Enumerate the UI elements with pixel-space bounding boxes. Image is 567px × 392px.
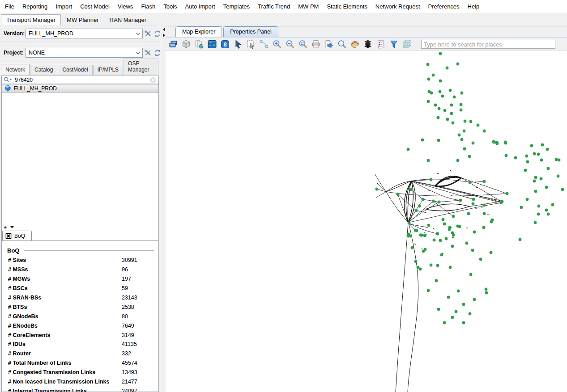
version-value: FULL_MH_PROD [29, 30, 73, 37]
boq-stat-label: # Sites [8, 257, 122, 263]
menu-item-templates[interactable]: Templates [219, 3, 254, 10]
menu-item-preferences[interactable]: Preferences [424, 3, 464, 10]
boq-stat-row: # CoreElements3149 [8, 330, 154, 340]
boq-stat-label: # CoreElements [8, 332, 122, 338]
boq-stat-label: # BSCs [8, 285, 122, 291]
map-viewport[interactable] [166, 51, 567, 392]
menu-item-views[interactable]: Views [114, 3, 137, 10]
legend-checklist-icon[interactable] [376, 39, 386, 49]
boq-stat-label: # SRAN-BSs [8, 295, 122, 301]
tree-item-network[interactable]: FULL_MH_PROD [2, 84, 158, 93]
tree-item-label: FULL_MH_PROD [14, 85, 57, 92]
sidebar-tab-ip-mpls[interactable]: IP/MPLS [93, 65, 123, 75]
cube-3d-icon[interactable] [181, 39, 191, 49]
splitter-up-icon[interactable] [4, 226, 7, 228]
version-row: Version: FULL_MH_PROD [0, 26, 160, 42]
boq-stat-value: 2538 [122, 304, 154, 310]
boq-tab-close-icon[interactable] [5, 233, 12, 239]
menu-item-help[interactable]: Help [464, 3, 484, 10]
network-map-canvas[interactable] [166, 51, 567, 392]
boq-stat-value: 13493 [122, 369, 154, 375]
sidebar-tab-osp-manager[interactable]: OSP Manager [124, 59, 158, 75]
print-icon[interactable] [311, 39, 321, 49]
tab-boq[interactable]: BoQ [2, 231, 32, 240]
sidebar-tab-network[interactable]: Network [1, 64, 30, 75]
menu-item-file[interactable]: File [1, 3, 18, 10]
select-arrow-icon[interactable] [233, 39, 243, 49]
menu-item-traffic-trend[interactable]: Traffic Trend [254, 3, 294, 10]
version-tools-icon[interactable] [144, 30, 152, 38]
boq-stat-row: # Congested Transmission Links13493 [8, 368, 154, 377]
zoom-selection-icon[interactable] [298, 39, 308, 49]
menu-item-static-elements[interactable]: Static Elements [323, 3, 371, 10]
palette-icon[interactable] [350, 39, 360, 49]
app-tab-transport-manager[interactable]: Transport Manager [1, 14, 61, 25]
boq-stat-label: # Total Number of Links [8, 360, 122, 366]
map-layers-icon[interactable] [402, 39, 412, 49]
layers-icon[interactable] [363, 39, 373, 49]
network-tree: FULL_MH_PROD [1, 84, 159, 251]
menu-item-import[interactable]: Import [51, 3, 76, 10]
boq-group-header: BoQ [7, 247, 154, 254]
boq-header-rule [24, 250, 154, 251]
boq-stat-label: # MSSs [8, 266, 122, 273]
menu-item-mw-pm[interactable]: MW PM [294, 3, 323, 10]
tab-map-explorer[interactable]: Map Explorer [175, 26, 222, 37]
menu-item-cost-model[interactable]: Cost Model [76, 3, 114, 10]
boq-stat-row: # MSSs96 [8, 265, 154, 274]
app-tab-mw-planner[interactable]: MW Planner [62, 15, 104, 25]
search-input[interactable]: 976420 [15, 77, 149, 83]
sidebar-tab-costmodel[interactable]: CostModel [58, 65, 92, 75]
app-tab-bar: Transport ManagerMW PlannerRAN Manager [0, 13, 567, 25]
marquee-select-icon[interactable] [246, 39, 256, 49]
menu-bar: FileReportingImportCost ModelViewsFlashT… [0, 0, 567, 13]
boq-stat-value: 41135 [122, 341, 154, 347]
project-tools-icon[interactable] [144, 49, 152, 57]
search-map-icon[interactable] [337, 39, 347, 49]
export-page-icon[interactable] [324, 39, 334, 49]
menu-item-tools[interactable]: Tools [159, 3, 181, 10]
boq-stat-row: # SRAN-BSs23143 [8, 293, 154, 303]
boq-stat-row: # ENodeBs7649 [8, 321, 154, 330]
vertical-splitter[interactable] [160, 26, 166, 392]
search-icon[interactable] [3, 76, 13, 83]
boq-stat-label: # MGWs [8, 276, 122, 282]
boq-stat-label: # Internal Transmission Links [8, 388, 122, 392]
map-tab-bar: Map Explorer Properties Panel [166, 26, 567, 38]
link-draw-icon[interactable] [259, 39, 269, 49]
clear-search-icon[interactable] [149, 76, 157, 84]
collapse-right-icon[interactable] [163, 34, 165, 37]
network-search-box[interactable]: 976420 [1, 76, 159, 84]
menu-item-reporting[interactable]: Reporting [18, 3, 51, 10]
chevron-down-icon [136, 33, 140, 35]
boq-stat-label: # ENodeBs [8, 323, 122, 329]
filter-icon[interactable] [389, 39, 399, 49]
splitter-down-icon[interactable] [10, 226, 14, 228]
map-windows-icon[interactable] [168, 39, 178, 49]
boq-stat-row: # BTSs2538 [8, 302, 154, 312]
sidebar-tab-catalog[interactable]: Catalog [30, 65, 57, 75]
collapse-left-icon[interactable] [163, 28, 165, 31]
menu-item-flash[interactable]: Flash [137, 3, 159, 10]
tab-properties-panel-label: Properties Panel [230, 29, 271, 35]
zoom-in-icon[interactable] [272, 39, 282, 49]
project-dropdown[interactable]: NONE [26, 48, 143, 58]
boq-stat-label: # Router [8, 350, 122, 357]
boq-title: BoQ [7, 247, 19, 254]
tab-properties-panel[interactable]: Properties Panel [223, 26, 278, 37]
menu-item-network-request[interactable]: Network Request [371, 3, 424, 10]
project-value: NONE [29, 50, 45, 56]
menu-item-auto-import[interactable]: Auto Import [181, 3, 219, 10]
panel-splitter-controls[interactable] [4, 226, 14, 228]
globe-node-icon [4, 85, 11, 92]
copy-view-globe-icon[interactable] [194, 39, 204, 49]
boq-panel: BoQ # Sites30991# MSSs96# MGWs197# BSCs5… [1, 240, 159, 392]
boq-stat-value: 45574 [122, 360, 154, 366]
world-map-icon[interactable] [207, 39, 217, 49]
google-maps-icon[interactable]: 8 [220, 39, 230, 49]
zoom-out-icon[interactable] [285, 39, 295, 49]
places-search-input[interactable] [421, 40, 555, 49]
boq-stat-row: # MGWs197 [8, 274, 154, 284]
app-tab-ran-manager[interactable]: RAN Manager [105, 15, 151, 25]
version-dropdown[interactable]: FULL_MH_PROD [26, 29, 143, 38]
